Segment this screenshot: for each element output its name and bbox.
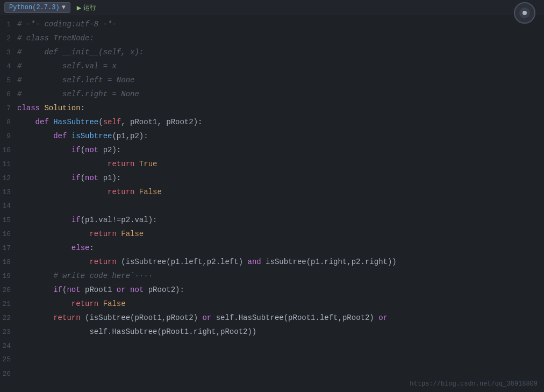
line-number: 23 (0, 325, 17, 339)
record-inner (519, 8, 530, 18)
line-content: class Solution: (17, 101, 544, 115)
line-number: 12 (0, 172, 17, 186)
line-content: self.HasSubtree(pRoot1.right,pRoot2)) (17, 325, 544, 339)
line-content: def HasSubtree(self, pRoot1, pRoot2): (17, 115, 544, 129)
python-badge[interactable]: Python(2.7.3) ▼ (4, 2, 70, 13)
line-number: 15 (0, 213, 17, 227)
table-row: 22 return (isSubtree(pRoot1,pRoot2) or s… (0, 311, 544, 325)
table-row: 26 (0, 367, 544, 381)
line-number: 20 (0, 283, 17, 297)
line-number: 4 (0, 60, 17, 74)
table-row: 5# self.left = None (0, 73, 544, 87)
line-number: 1 (0, 18, 17, 32)
watermark: https://blog.csdn.net/qq_36918809 (410, 380, 538, 388)
table-row: 3# def __init__(self, x): (0, 45, 544, 59)
line-number: 24 (0, 339, 17, 353)
run-button[interactable]: ▶ 运行 (77, 3, 96, 12)
line-content: # self.left = None (17, 73, 544, 87)
table-row: 15 if(p1.val!=p2.val): (0, 213, 544, 227)
line-number: 9 (0, 130, 17, 144)
line-content (17, 339, 544, 353)
line-content: if(not p2): (17, 143, 544, 157)
line-content: return False (17, 185, 544, 199)
line-content: return False (17, 227, 544, 241)
line-content: # write code here`···· (17, 269, 544, 283)
line-content: if(p1.val!=p2.val): (17, 213, 544, 227)
table-row: 1# -*- coding:utf-8 -*- (0, 17, 544, 31)
table-row: 10 if(not p2): (0, 143, 544, 157)
line-number: 13 (0, 186, 17, 199)
table-row: 8 def HasSubtree(self, pRoot1, pRoot2): (0, 115, 544, 129)
line-number: 17 (0, 241, 17, 255)
line-content: # class TreeNode: (17, 31, 544, 45)
line-number: 16 (0, 227, 17, 241)
table-row: 24 (0, 339, 544, 353)
table-row: 23 self.HasSubtree(pRoot1.right,pRoot2)) (0, 325, 544, 339)
table-row: 11 return True (0, 157, 544, 171)
table-row: 9 def isSubtree(p1,p2): (0, 129, 544, 143)
line-number: 18 (0, 255, 17, 269)
table-row: 7class Solution: (0, 101, 544, 115)
line-content: # self.right = None (17, 87, 544, 101)
line-number: 14 (0, 199, 17, 213)
line-number: 5 (0, 74, 17, 88)
line-number: 3 (0, 46, 17, 60)
dropdown-arrow-icon: ▼ (62, 4, 66, 11)
line-number: 25 (0, 353, 17, 367)
line-number: 2 (0, 32, 17, 46)
table-row: 17 else: (0, 241, 544, 255)
table-row: 18 return (isSubtree(p1.left,p2.left) an… (0, 255, 544, 269)
table-row: 19 # write code here`···· (0, 269, 544, 283)
line-content (17, 367, 544, 381)
table-row: 12 if(not p1): (0, 171, 544, 185)
line-number: 11 (0, 158, 17, 172)
python-label: Python(2.7.3) (9, 4, 60, 11)
run-icon: ▶ (77, 3, 81, 12)
table-row: 25 (0, 353, 544, 367)
line-content: # self.val = x (17, 59, 544, 73)
table-row: 14 (0, 199, 544, 213)
table-row: 6# self.right = None (0, 87, 544, 101)
line-content: return False (17, 297, 544, 311)
line-number: 22 (0, 311, 17, 325)
line-number: 19 (0, 269, 17, 283)
table-row: 20 if(not pRoot1 or not pRoot2): (0, 283, 544, 297)
line-number: 10 (0, 144, 17, 158)
line-content: if(not pRoot1 or not pRoot2): (17, 283, 544, 297)
line-number: 21 (0, 297, 17, 311)
record-button[interactable] (514, 2, 535, 24)
table-row: 13 return False (0, 185, 544, 199)
editor-container: Python(2.7.3) ▼ ▶ 运行 1# -*- coding:utf-8… (0, 0, 544, 392)
line-number: 6 (0, 88, 17, 102)
line-content: else: (17, 241, 544, 255)
line-content: def isSubtree(p1,p2): (17, 129, 544, 143)
record-dot (522, 11, 527, 15)
line-content: # -*- coding:utf-8 -*- (17, 17, 544, 31)
table-row: 16 return False (0, 227, 544, 241)
table-row: 2# class TreeNode: (0, 31, 544, 45)
top-bar: Python(2.7.3) ▼ ▶ 运行 (0, 0, 544, 15)
table-row: 21 return False (0, 297, 544, 311)
line-content: if(not p1): (17, 171, 544, 185)
line-number: 26 (0, 367, 17, 381)
code-area: 1# -*- coding:utf-8 -*-2# class TreeNode… (0, 15, 544, 383)
line-number: 7 (0, 102, 17, 116)
line-content: # def __init__(self, x): (17, 45, 544, 59)
line-content: return (isSubtree(p1.left,p2.left) and i… (17, 255, 544, 269)
table-row: 4# self.val = x (0, 59, 544, 73)
line-content: return True (17, 157, 544, 171)
line-number: 8 (0, 116, 17, 130)
run-label: 运行 (83, 3, 96, 12)
line-content: return (isSubtree(pRoot1,pRoot2) or self… (17, 311, 544, 325)
